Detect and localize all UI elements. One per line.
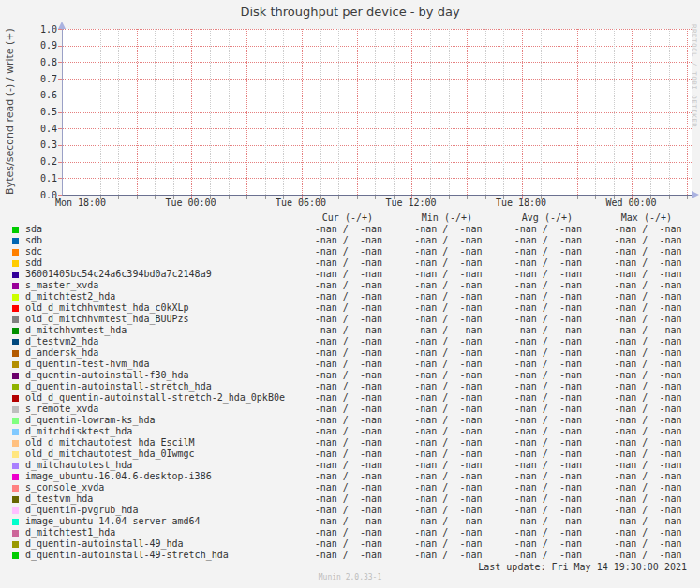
legend-value: -nan / -nan — [598, 280, 682, 291]
grid-line-v — [522, 29, 523, 195]
legend-label: d_mitchautotest_hda — [25, 460, 132, 471]
y-tick-label: 0.9 — [29, 40, 57, 51]
grid-line-v — [467, 29, 468, 195]
grid-line-h — [63, 128, 692, 129]
grid-line-v — [430, 29, 431, 195]
x-axis-tick — [449, 196, 450, 199]
y-axis-tick — [58, 112, 62, 113]
legend-value: -nan / -nan — [298, 482, 382, 493]
legend-value: -nan / -nan — [398, 448, 483, 460]
legend-value: -nan / -nan — [398, 415, 483, 426]
legend-row: d_quentin-autoinstall-49_hda-nan / -nan-… — [0, 538, 700, 550]
legend-row: d_quentin-pvgrub_hda-nan / -nan-nan / -n… — [0, 505, 700, 516]
grid-line-h — [63, 178, 692, 179]
legend-value: -nan / -nan — [498, 415, 582, 426]
legend-value: -nan / -nan — [398, 269, 483, 280]
munin-graph-page: Disk throughput per device - by day RRDT… — [0, 0, 700, 588]
legend-label: d_mitchhvmtest_hda — [25, 325, 127, 336]
grid-line-v — [338, 29, 339, 195]
legend-swatch — [12, 350, 19, 357]
legend-label: d_mitchtest1_hda — [25, 527, 115, 538]
grid-line-v — [155, 29, 156, 195]
x-tick-label: Mon 18:00 — [43, 198, 118, 208]
legend-value: -nan / -nan — [298, 505, 382, 516]
legend-row: d_testvm_hda-nan / -nan-nan / -nan-nan /… — [0, 493, 700, 505]
legend-value: -nan / -nan — [498, 538, 582, 550]
legend-label: d_testvm2_hda — [25, 336, 98, 347]
y-tick-label: 0.5 — [29, 107, 57, 117]
grid-line-v — [302, 29, 303, 195]
legend-value: -nan / -nan — [298, 314, 382, 325]
y-axis-tick — [58, 79, 62, 80]
legend-row: old_d_quentin-autoinstall-stretch-2_hda_… — [0, 392, 700, 404]
grid-line-v — [449, 29, 450, 195]
x-axis-tick — [246, 196, 247, 199]
legend-row: d_quentin-autoinstall-f30_hda-nan / -nan… — [0, 370, 700, 381]
legend-value: -nan / -nan — [498, 370, 582, 381]
legend-value: -nan / -nan — [398, 314, 483, 325]
grid-line-h — [63, 79, 692, 80]
legend-value: -nan / -nan — [498, 224, 582, 235]
legend-value: -nan / -nan — [398, 224, 483, 235]
legend-swatch — [12, 283, 19, 289]
legend-label: d_quentin-autoinstall-f30_hda — [25, 370, 189, 381]
legend-value: -nan / -nan — [498, 336, 582, 347]
legend-value: -nan / -nan — [398, 392, 483, 404]
legend-row: d_mitchautotest_hda-nan / -nan-nan / -na… — [0, 460, 700, 471]
legend-label: image_ubuntu-16.04.6-desktop-i386 — [25, 471, 212, 482]
x-axis-tick — [137, 196, 138, 199]
legend-value: -nan / -nan — [498, 505, 582, 516]
legend-row: d_mitchhvmtest_hda-nan / -nan-nan / -nan… — [0, 325, 700, 336]
legend-swatch — [12, 552, 19, 559]
legend-label: d_mitchtest2_hda — [25, 291, 115, 302]
x-tick-label: Wed 00:00 — [594, 198, 669, 208]
legend-value: -nan / -nan — [598, 291, 682, 302]
legend-value: -nan / -nan — [298, 336, 382, 347]
legend-value: -nan / -nan — [598, 302, 682, 314]
legend-value: -nan / -nan — [298, 302, 382, 314]
grid-line-h — [63, 46, 692, 47]
legend-value: -nan / -nan — [298, 493, 382, 505]
legend-value: -nan / -nan — [398, 257, 483, 269]
legend-swatch — [12, 507, 19, 514]
legend-swatch — [12, 373, 19, 379]
grid-line-v — [191, 29, 192, 195]
grid-line-v — [577, 29, 578, 195]
legend-row: sdc-nan / -nan-nan / -nan-nan / -nan-nan… — [0, 246, 700, 257]
legend-label: d_quentin-autoinstall-49-stretch_hda — [25, 550, 229, 561]
legend-label: s_remote_xvda — [25, 404, 98, 415]
column-header-max: Max (-/+) — [597, 213, 672, 224]
y-tick-label: 1.0 — [29, 24, 57, 35]
legend-value: -nan / -nan — [398, 302, 483, 314]
legend-row: d_andersk_hda-nan / -nan-nan / -nan-nan … — [0, 347, 700, 359]
legend-value: -nan / -nan — [398, 246, 483, 257]
legend-label: s_console_xvda — [25, 482, 104, 493]
legend-value: -nan / -nan — [498, 257, 582, 269]
legend-value: -nan / -nan — [498, 482, 582, 493]
legend-row: old_d_mitchhvmtest_hda_BUUPzs-nan / -nan… — [0, 314, 700, 325]
legend-value: -nan / -nan — [498, 280, 582, 291]
legend-label: sdd — [25, 257, 42, 269]
legend-label: d_quentin-autoinstall-49_hda — [25, 538, 184, 550]
legend-swatch — [12, 384, 19, 390]
grid-line-v — [118, 29, 119, 195]
legend-value: -nan / -nan — [298, 235, 382, 246]
y-tick-label: 0.4 — [29, 124, 57, 134]
legend-row: d_quentin-lowram-ks_hda-nan / -nan-nan /… — [0, 415, 700, 426]
legend-value: -nan / -nan — [398, 404, 483, 415]
legend-value: -nan / -nan — [298, 381, 382, 392]
y-axis-tick — [58, 145, 62, 146]
legend-swatch — [12, 361, 19, 368]
legend-label: old_d_mitchhvmtest_hda_BUUPzs — [25, 314, 189, 325]
legend-value: -nan / -nan — [398, 280, 483, 291]
legend-value: -nan / -nan — [298, 538, 382, 550]
legend-value: -nan / -nan — [598, 246, 682, 257]
legend-value: -nan / -nan — [298, 347, 382, 359]
legend-swatch — [12, 541, 19, 548]
legend-value: -nan / -nan — [298, 359, 382, 370]
y-axis-tick — [58, 162, 62, 163]
legend-value: -nan / -nan — [598, 415, 682, 426]
legend-value: -nan / -nan — [298, 527, 382, 538]
legend-value: -nan / -nan — [298, 291, 382, 302]
legend-value: -nan / -nan — [398, 381, 483, 392]
